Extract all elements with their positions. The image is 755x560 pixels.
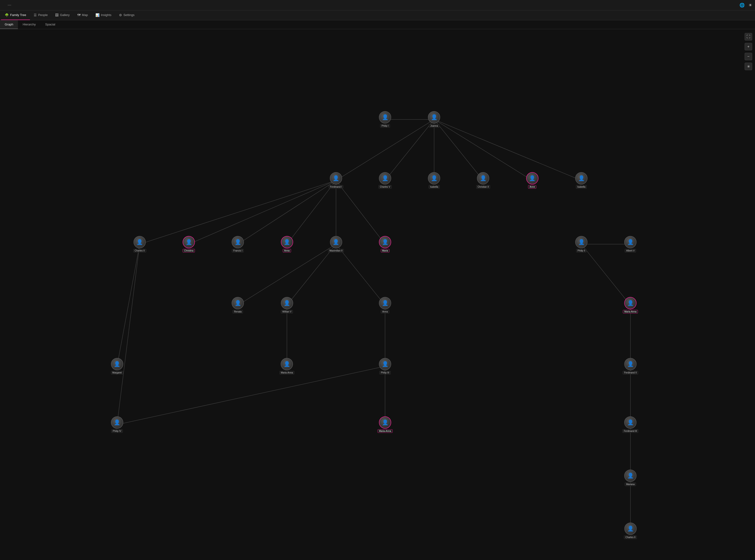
person-avatar-mariaanna1: 👤: [624, 297, 637, 309]
person-node-philipII[interactable]: 👤Philip II: [575, 236, 587, 253]
person-avatar-mariaanna3: 👤: [379, 416, 391, 428]
camera-button[interactable]: ✳: [744, 63, 752, 70]
person-label-margaret: Margaret: [111, 371, 123, 375]
person-label-charlesV: Charles V: [379, 185, 392, 188]
person-node-charlesII_b[interactable]: 👤Charles II: [624, 523, 637, 539]
tab-map[interactable]: 🗺 Map: [74, 11, 92, 20]
people-icon: ☰: [34, 13, 37, 17]
person-node-maxII[interactable]: 👤Maximilian II: [328, 236, 344, 253]
person-avatar-charlesV: 👤: [379, 172, 391, 184]
person-avatar-isabella2: 👤: [575, 172, 587, 184]
person-label-anna2: Anna: [381, 310, 389, 314]
fullscreen-button[interactable]: ⛶: [744, 33, 752, 40]
tab-settings[interactable]: ⚙ Settings: [115, 11, 138, 20]
person-avatar-albertV: 👤: [624, 236, 637, 248]
person-label-philip1: Philip I: [380, 124, 390, 128]
zoom-in-button[interactable]: +: [744, 43, 752, 51]
person-node-charlesII_a[interactable]: 👤Charles II: [133, 236, 146, 253]
person-avatar-anne: 👤: [526, 172, 539, 184]
person-node-ferdinandIII[interactable]: 👤Ferdinand III: [622, 416, 638, 433]
person-node-philip1[interactable]: 👤Philip I: [379, 111, 391, 128]
person-node-philipIII[interactable]: 👤Philip III: [379, 358, 391, 375]
person-label-ferdinand1: Ferdinand I: [328, 185, 343, 188]
person-avatar-charlesII_b: 👤: [624, 523, 637, 535]
person-avatar-maria1: 👤: [379, 236, 391, 248]
person-node-albertV[interactable]: 👤Albert-V: [624, 236, 637, 253]
person-label-isabella1: Isabella: [429, 185, 440, 188]
sub-tab-spacial[interactable]: Spacial: [40, 20, 60, 29]
person-node-renata[interactable]: 👤Renata: [232, 297, 244, 314]
person-label-renata: Renata: [233, 310, 243, 314]
person-avatar-ferdinand1: 👤: [330, 172, 342, 184]
insights-icon: 📊: [95, 13, 99, 17]
person-avatar-charlesII_a: 👤: [134, 236, 146, 248]
person-node-margaret[interactable]: 👤Margaret: [111, 358, 123, 375]
person-node-ferdinand1[interactable]: 👤Ferdinand I: [328, 172, 343, 188]
person-node-isabella2[interactable]: 👤Isabella: [575, 172, 587, 188]
person-node-maria1[interactable]: 👤Maria: [379, 236, 391, 253]
person-label-maxII: Maximilian II: [328, 249, 344, 253]
person-node-mariana[interactable]: 👤Mariana: [624, 469, 637, 486]
person-label-philipIV: Philip IV: [111, 429, 123, 433]
person-avatar-christina: 👤: [182, 236, 195, 248]
person-avatar-philipIV: 👤: [111, 416, 123, 428]
node-container: 👤Philip I👤Joanna👤Ferdinand I👤Charles V👤I…: [0, 29, 755, 560]
person-node-mariaanna3[interactable]: 👤Maria-Anna: [377, 416, 392, 433]
person-node-philipIV[interactable]: 👤Philip IV: [111, 416, 123, 433]
tab-people-label: People: [38, 13, 47, 17]
person-label-christian2: Christian II: [476, 185, 490, 188]
person-label-philipII: Philip II: [576, 249, 587, 253]
person-label-charlesII_a: Charles II: [133, 249, 146, 253]
person-avatar-philip1: 👤: [379, 111, 391, 123]
tab-gallery[interactable]: 🖼 Gallery: [51, 11, 73, 20]
map-icon: 🗺: [77, 13, 81, 17]
sub-tab-hierarchy[interactable]: Hierarchy: [18, 20, 40, 29]
person-avatar-joanna: 👤: [428, 111, 440, 123]
person-label-anna1: Anna: [283, 249, 291, 253]
person-node-mariaanna2[interactable]: 👤Maria-Anna: [279, 358, 294, 375]
person-node-anne[interactable]: 👤Anne: [526, 172, 539, 188]
top-bar-right: 🌐 ☀: [739, 3, 752, 8]
person-label-philipIII: Philip III: [380, 371, 391, 375]
sub-tab-graph[interactable]: Graph: [0, 20, 18, 29]
person-avatar-ferdinandIII: 👤: [624, 416, 637, 428]
tab-insights-label: Insights: [101, 13, 112, 17]
nav-tabs: 🌳 Family Tree ☰ People 🖼 Gallery 🗺 Map 📊…: [0, 11, 755, 20]
person-avatar-anna1: 👤: [281, 236, 293, 248]
translate-icon[interactable]: 🌐: [739, 3, 744, 8]
person-node-mariaanna1[interactable]: 👤Maria-Anna: [623, 297, 638, 314]
person-label-mariaanna3: Maria-Anna: [377, 429, 392, 433]
person-node-isabella1[interactable]: 👤Isabella: [428, 172, 440, 188]
person-label-joanna: Joanna: [429, 124, 440, 128]
person-label-francis1: Francis I: [232, 249, 244, 253]
person-avatar-christian2: 👤: [477, 172, 489, 184]
person-node-ferdinandII[interactable]: 👤Ferdinand II: [623, 358, 638, 375]
person-label-williamV: Willian V: [281, 310, 293, 314]
person-node-francis1[interactable]: 👤Francis I: [232, 236, 244, 253]
tag-pill: [7, 5, 11, 6]
person-avatar-renata: 👤: [232, 297, 244, 309]
person-avatar-williamV: 👤: [281, 297, 293, 309]
person-node-christian2[interactable]: 👤Christian II: [476, 172, 490, 188]
tab-people[interactable]: ☰ People: [30, 11, 51, 20]
person-avatar-margaret: 👤: [111, 358, 123, 370]
person-node-williamV[interactable]: 👤Willian V: [281, 297, 293, 314]
person-avatar-maxII: 👤: [330, 236, 342, 248]
person-node-anna2[interactable]: 👤Anna: [379, 297, 391, 314]
zoom-out-button[interactable]: −: [744, 53, 752, 60]
person-label-albertV: Albert-V: [625, 249, 636, 253]
tab-insights[interactable]: 📊 Insights: [92, 11, 115, 20]
person-node-christina[interactable]: 👤Christina: [182, 236, 195, 253]
family-tree-icon: 🌳: [5, 13, 9, 17]
person-node-charlesV[interactable]: 👤Charles V: [379, 172, 392, 188]
tab-family-tree[interactable]: 🌳 Family Tree: [1, 11, 30, 20]
person-avatar-ferdinandII: 👤: [624, 358, 637, 370]
person-node-anna1[interactable]: 👤Anna: [281, 236, 293, 253]
person-node-joanna[interactable]: 👤Joanna: [428, 111, 440, 128]
person-avatar-philipIII: 👤: [379, 358, 391, 370]
graph-area: ⛶ + − ✳ 👤Philip I👤Joanna👤Ferdinand I👤Cha…: [0, 29, 755, 560]
tab-gallery-label: Gallery: [60, 13, 70, 17]
brightness-icon[interactable]: ☀: [749, 3, 752, 8]
top-bar: 🌐 ☀: [0, 0, 755, 11]
side-toolbar: ⛶ + − ✳: [744, 33, 752, 70]
